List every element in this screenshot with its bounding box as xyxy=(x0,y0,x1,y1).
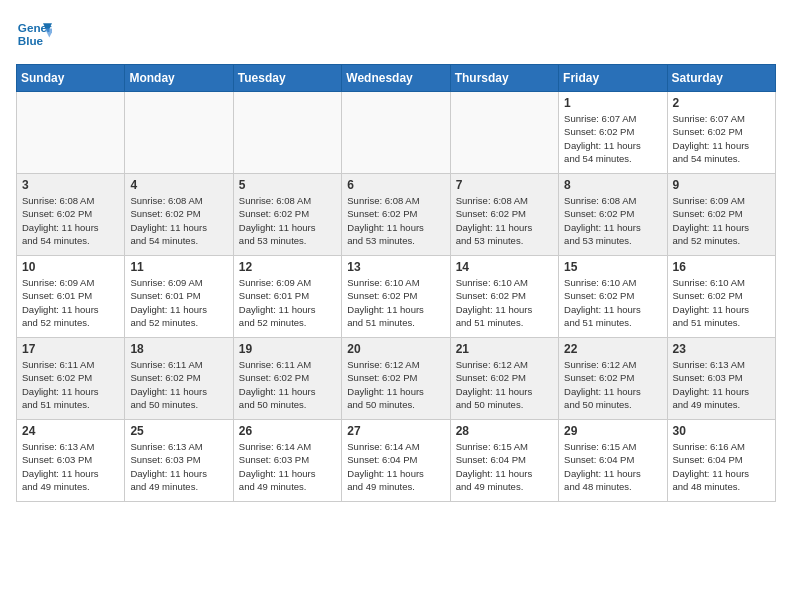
calendar-cell: 22Sunrise: 6:12 AM Sunset: 6:02 PM Dayli… xyxy=(559,338,667,420)
day-info: Sunrise: 6:11 AM Sunset: 6:02 PM Dayligh… xyxy=(22,358,119,411)
day-info: Sunrise: 6:10 AM Sunset: 6:02 PM Dayligh… xyxy=(673,276,770,329)
calendar-cell: 11Sunrise: 6:09 AM Sunset: 6:01 PM Dayli… xyxy=(125,256,233,338)
calendar-cell: 2Sunrise: 6:07 AM Sunset: 6:02 PM Daylig… xyxy=(667,92,775,174)
day-info: Sunrise: 6:09 AM Sunset: 6:01 PM Dayligh… xyxy=(239,276,336,329)
calendar-week-4: 17Sunrise: 6:11 AM Sunset: 6:02 PM Dayli… xyxy=(17,338,776,420)
day-info: Sunrise: 6:07 AM Sunset: 6:02 PM Dayligh… xyxy=(673,112,770,165)
day-info: Sunrise: 6:09 AM Sunset: 6:01 PM Dayligh… xyxy=(22,276,119,329)
weekday-header-tuesday: Tuesday xyxy=(233,65,341,92)
day-info: Sunrise: 6:15 AM Sunset: 6:04 PM Dayligh… xyxy=(456,440,553,493)
calendar-cell xyxy=(342,92,450,174)
page-header: General Blue xyxy=(16,16,776,52)
calendar-week-3: 10Sunrise: 6:09 AM Sunset: 6:01 PM Dayli… xyxy=(17,256,776,338)
calendar-cell xyxy=(450,92,558,174)
calendar-cell: 20Sunrise: 6:12 AM Sunset: 6:02 PM Dayli… xyxy=(342,338,450,420)
day-number: 9 xyxy=(673,178,770,192)
calendar-week-2: 3Sunrise: 6:08 AM Sunset: 6:02 PM Daylig… xyxy=(17,174,776,256)
calendar-week-1: 1Sunrise: 6:07 AM Sunset: 6:02 PM Daylig… xyxy=(17,92,776,174)
day-number: 3 xyxy=(22,178,119,192)
day-info: Sunrise: 6:09 AM Sunset: 6:02 PM Dayligh… xyxy=(673,194,770,247)
day-info: Sunrise: 6:08 AM Sunset: 6:02 PM Dayligh… xyxy=(130,194,227,247)
day-info: Sunrise: 6:15 AM Sunset: 6:04 PM Dayligh… xyxy=(564,440,661,493)
logo-icon: General Blue xyxy=(16,16,52,52)
day-info: Sunrise: 6:08 AM Sunset: 6:02 PM Dayligh… xyxy=(347,194,444,247)
day-number: 17 xyxy=(22,342,119,356)
day-number: 20 xyxy=(347,342,444,356)
calendar-cell: 26Sunrise: 6:14 AM Sunset: 6:03 PM Dayli… xyxy=(233,420,341,502)
calendar-cell: 29Sunrise: 6:15 AM Sunset: 6:04 PM Dayli… xyxy=(559,420,667,502)
day-number: 10 xyxy=(22,260,119,274)
calendar-cell: 18Sunrise: 6:11 AM Sunset: 6:02 PM Dayli… xyxy=(125,338,233,420)
calendar-cell: 14Sunrise: 6:10 AM Sunset: 6:02 PM Dayli… xyxy=(450,256,558,338)
day-number: 21 xyxy=(456,342,553,356)
day-info: Sunrise: 6:08 AM Sunset: 6:02 PM Dayligh… xyxy=(239,194,336,247)
day-number: 28 xyxy=(456,424,553,438)
calendar-cell: 19Sunrise: 6:11 AM Sunset: 6:02 PM Dayli… xyxy=(233,338,341,420)
calendar-cell: 21Sunrise: 6:12 AM Sunset: 6:02 PM Dayli… xyxy=(450,338,558,420)
day-info: Sunrise: 6:08 AM Sunset: 6:02 PM Dayligh… xyxy=(564,194,661,247)
day-number: 27 xyxy=(347,424,444,438)
day-info: Sunrise: 6:12 AM Sunset: 6:02 PM Dayligh… xyxy=(564,358,661,411)
weekday-header-thursday: Thursday xyxy=(450,65,558,92)
day-number: 5 xyxy=(239,178,336,192)
day-number: 26 xyxy=(239,424,336,438)
calendar-cell xyxy=(233,92,341,174)
day-info: Sunrise: 6:12 AM Sunset: 6:02 PM Dayligh… xyxy=(456,358,553,411)
day-info: Sunrise: 6:14 AM Sunset: 6:04 PM Dayligh… xyxy=(347,440,444,493)
logo: General Blue xyxy=(16,16,52,52)
calendar-cell: 23Sunrise: 6:13 AM Sunset: 6:03 PM Dayli… xyxy=(667,338,775,420)
calendar-table: SundayMondayTuesdayWednesdayThursdayFrid… xyxy=(16,64,776,502)
day-number: 6 xyxy=(347,178,444,192)
day-number: 23 xyxy=(673,342,770,356)
day-info: Sunrise: 6:10 AM Sunset: 6:02 PM Dayligh… xyxy=(564,276,661,329)
day-info: Sunrise: 6:10 AM Sunset: 6:02 PM Dayligh… xyxy=(456,276,553,329)
day-info: Sunrise: 6:13 AM Sunset: 6:03 PM Dayligh… xyxy=(130,440,227,493)
calendar-cell: 9Sunrise: 6:09 AM Sunset: 6:02 PM Daylig… xyxy=(667,174,775,256)
weekday-header-sunday: Sunday xyxy=(17,65,125,92)
weekday-header-monday: Monday xyxy=(125,65,233,92)
day-number: 18 xyxy=(130,342,227,356)
calendar-cell: 24Sunrise: 6:13 AM Sunset: 6:03 PM Dayli… xyxy=(17,420,125,502)
calendar-cell: 10Sunrise: 6:09 AM Sunset: 6:01 PM Dayli… xyxy=(17,256,125,338)
calendar-cell: 6Sunrise: 6:08 AM Sunset: 6:02 PM Daylig… xyxy=(342,174,450,256)
weekday-header-friday: Friday xyxy=(559,65,667,92)
calendar-cell: 8Sunrise: 6:08 AM Sunset: 6:02 PM Daylig… xyxy=(559,174,667,256)
day-info: Sunrise: 6:08 AM Sunset: 6:02 PM Dayligh… xyxy=(456,194,553,247)
calendar-cell: 7Sunrise: 6:08 AM Sunset: 6:02 PM Daylig… xyxy=(450,174,558,256)
calendar-cell: 16Sunrise: 6:10 AM Sunset: 6:02 PM Dayli… xyxy=(667,256,775,338)
calendar-cell: 25Sunrise: 6:13 AM Sunset: 6:03 PM Dayli… xyxy=(125,420,233,502)
weekday-header-saturday: Saturday xyxy=(667,65,775,92)
weekday-header-wednesday: Wednesday xyxy=(342,65,450,92)
calendar-cell: 28Sunrise: 6:15 AM Sunset: 6:04 PM Dayli… xyxy=(450,420,558,502)
day-number: 15 xyxy=(564,260,661,274)
day-number: 16 xyxy=(673,260,770,274)
calendar-cell: 3Sunrise: 6:08 AM Sunset: 6:02 PM Daylig… xyxy=(17,174,125,256)
day-number: 8 xyxy=(564,178,661,192)
day-number: 7 xyxy=(456,178,553,192)
day-number: 24 xyxy=(22,424,119,438)
day-info: Sunrise: 6:08 AM Sunset: 6:02 PM Dayligh… xyxy=(22,194,119,247)
calendar-cell: 4Sunrise: 6:08 AM Sunset: 6:02 PM Daylig… xyxy=(125,174,233,256)
day-number: 12 xyxy=(239,260,336,274)
day-info: Sunrise: 6:16 AM Sunset: 6:04 PM Dayligh… xyxy=(673,440,770,493)
calendar-cell: 30Sunrise: 6:16 AM Sunset: 6:04 PM Dayli… xyxy=(667,420,775,502)
day-number: 19 xyxy=(239,342,336,356)
day-number: 30 xyxy=(673,424,770,438)
day-info: Sunrise: 6:07 AM Sunset: 6:02 PM Dayligh… xyxy=(564,112,661,165)
day-number: 22 xyxy=(564,342,661,356)
day-number: 14 xyxy=(456,260,553,274)
day-number: 25 xyxy=(130,424,227,438)
day-info: Sunrise: 6:14 AM Sunset: 6:03 PM Dayligh… xyxy=(239,440,336,493)
day-info: Sunrise: 6:11 AM Sunset: 6:02 PM Dayligh… xyxy=(130,358,227,411)
day-number: 11 xyxy=(130,260,227,274)
calendar-cell: 15Sunrise: 6:10 AM Sunset: 6:02 PM Dayli… xyxy=(559,256,667,338)
calendar-cell: 17Sunrise: 6:11 AM Sunset: 6:02 PM Dayli… xyxy=(17,338,125,420)
day-info: Sunrise: 6:10 AM Sunset: 6:02 PM Dayligh… xyxy=(347,276,444,329)
day-info: Sunrise: 6:13 AM Sunset: 6:03 PM Dayligh… xyxy=(22,440,119,493)
day-number: 2 xyxy=(673,96,770,110)
day-info: Sunrise: 6:13 AM Sunset: 6:03 PM Dayligh… xyxy=(673,358,770,411)
day-number: 4 xyxy=(130,178,227,192)
calendar-cell: 1Sunrise: 6:07 AM Sunset: 6:02 PM Daylig… xyxy=(559,92,667,174)
calendar-cell: 12Sunrise: 6:09 AM Sunset: 6:01 PM Dayli… xyxy=(233,256,341,338)
calendar-cell xyxy=(125,92,233,174)
